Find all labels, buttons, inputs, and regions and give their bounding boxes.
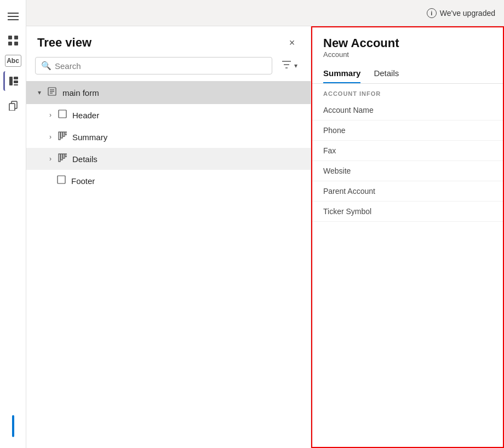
hamburger-icon[interactable] <box>3 7 23 26</box>
svg-rect-23 <box>61 154 62 160</box>
copy-icon[interactable] <box>3 95 23 115</box>
account-header: New Account Account Summary Details <box>312 27 503 84</box>
account-subtitle: Account <box>323 50 492 59</box>
details-label: Details <box>72 154 98 164</box>
tree-panel: Tree view × 🔍 ▾ ▾ <box>26 26 311 448</box>
field-phone: Phone <box>312 120 503 141</box>
footer-label: Footer <box>71 176 95 186</box>
search-box[interactable]: 🔍 <box>35 57 272 74</box>
field-label-website: Website <box>323 166 492 175</box>
account-info: ACCOUNT INFOR Account Name Phone Fax Web… <box>312 84 503 222</box>
svg-rect-22 <box>59 154 60 162</box>
svg-rect-0 <box>8 13 19 14</box>
svg-rect-9 <box>14 81 18 83</box>
chevron-icon: › <box>46 111 55 119</box>
svg-rect-21 <box>65 132 67 135</box>
upgrade-text: We've upgraded <box>440 9 495 18</box>
account-title: New Account <box>323 36 492 50</box>
svg-rect-1 <box>8 16 19 17</box>
field-ticker-symbol: Ticker Symbol <box>312 202 503 222</box>
summary-label: Summary <box>72 133 107 142</box>
field-website: Website <box>312 161 503 181</box>
tree-item-header[interactable]: › Header <box>26 104 311 126</box>
header-label: Header <box>72 111 99 120</box>
close-button[interactable]: × <box>284 35 300 50</box>
text-icon-label: Abc <box>7 57 19 65</box>
field-label-account-name: Account Name <box>323 106 492 114</box>
tree-item-summary[interactable]: › Summary <box>26 126 311 148</box>
field-label-ticker-symbol: Ticker Symbol <box>323 207 492 216</box>
filter-icon <box>281 59 292 72</box>
chevron-icon: ▾ <box>35 89 44 96</box>
chevron-icon: › <box>46 133 55 141</box>
content-row: Tree view × 🔍 ▾ ▾ <box>26 26 504 448</box>
field-fax: Fax <box>312 141 503 161</box>
svg-rect-4 <box>14 36 18 39</box>
tree-item-footer[interactable]: Footer <box>26 170 311 192</box>
tab-details[interactable]: Details <box>374 64 399 83</box>
section-heading: ACCOUNT INFOR <box>312 84 503 100</box>
field-label-parent-account: Parent Account <box>323 187 492 196</box>
svg-rect-26 <box>58 176 65 183</box>
svg-rect-20 <box>63 132 65 136</box>
info-icon: i <box>427 8 437 18</box>
search-input[interactable] <box>55 61 266 71</box>
tree-item-main-form[interactable]: ▾ main form <box>26 81 311 104</box>
tree-items: ▾ main form › Header › <box>26 81 311 448</box>
footer-icon <box>57 175 66 186</box>
tab-summary[interactable]: Summary <box>323 64 360 83</box>
svg-rect-2 <box>8 19 19 20</box>
summary-icon <box>58 131 67 142</box>
blue-indicator <box>12 415 14 437</box>
chevron-icon: › <box>46 155 55 163</box>
main-content: i We've upgraded Tree view × 🔍 ▾ <box>26 0 504 448</box>
account-tabs: Summary Details <box>323 64 492 83</box>
svg-rect-12 <box>9 104 15 111</box>
form-icon <box>47 87 57 99</box>
top-bar: i We've upgraded <box>26 0 504 26</box>
main-form-label: main form <box>62 88 99 97</box>
upgrade-notice: i We've upgraded <box>427 8 495 18</box>
svg-rect-17 <box>59 110 66 118</box>
chevron-down-icon: ▾ <box>294 62 297 70</box>
svg-rect-10 <box>14 84 18 85</box>
svg-rect-24 <box>63 154 65 158</box>
field-account-name: Account Name <box>312 100 503 120</box>
field-label-fax: Fax <box>323 146 492 155</box>
account-panel: New Account Account Summary Details ACCO… <box>311 26 504 448</box>
layers-icon[interactable] <box>3 71 23 91</box>
svg-rect-6 <box>14 42 18 45</box>
svg-rect-5 <box>8 42 12 45</box>
tree-header: Tree view × <box>26 26 311 57</box>
field-label-phone: Phone <box>323 126 492 135</box>
svg-rect-18 <box>59 132 60 140</box>
text-icon[interactable]: Abc <box>5 55 21 67</box>
search-icon: 🔍 <box>41 61 51 71</box>
filter-button[interactable]: ▾ <box>277 57 302 74</box>
svg-rect-19 <box>61 132 62 138</box>
tree-title: Tree view <box>37 36 91 50</box>
tree-item-details[interactable]: › Details <box>26 148 311 170</box>
svg-rect-7 <box>9 77 13 85</box>
header-icon <box>58 110 67 120</box>
details-icon <box>58 153 67 164</box>
svg-rect-8 <box>14 77 18 79</box>
field-parent-account: Parent Account <box>312 181 503 202</box>
grid-icon[interactable] <box>3 31 23 50</box>
search-row: 🔍 ▾ <box>26 57 311 81</box>
svg-rect-3 <box>8 36 12 39</box>
sidebar: Abc <box>0 0 26 448</box>
svg-rect-25 <box>65 154 67 157</box>
